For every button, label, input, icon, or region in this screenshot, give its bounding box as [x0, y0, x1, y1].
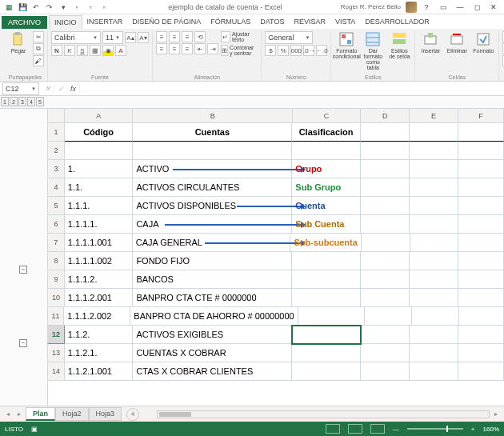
cell[interactable]: 1.1.1.2.	[65, 270, 134, 289]
ribbon-tab-insertar[interactable]: INSERTAR	[82, 15, 128, 29]
delete-cells-button[interactable]: Eliminar	[445, 31, 469, 54]
cell[interactable]	[361, 344, 410, 362]
column-header-A[interactable]: A	[65, 109, 134, 123]
cell[interactable]: CAJA	[133, 215, 292, 234]
cell[interactable]	[361, 123, 410, 142]
cell[interactable]	[361, 326, 410, 344]
font-size-combo[interactable]: 11▼	[102, 31, 123, 44]
cell[interactable]	[410, 362, 458, 381]
outline-collapse-button[interactable]: −	[19, 339, 27, 347]
accounting-button[interactable]: $	[265, 45, 276, 56]
column-header-C[interactable]: C	[293, 109, 362, 123]
cell[interactable]	[410, 215, 458, 234]
cell[interactable]	[361, 197, 410, 215]
cell[interactable]: 1.1.	[65, 178, 134, 197]
cell[interactable]: ACTIVO	[133, 160, 292, 178]
cancel-formula-button[interactable]: ✕	[42, 85, 54, 93]
sheet-tab-plan[interactable]: Plan	[26, 407, 55, 421]
format-cells-button[interactable]: Formato	[471, 31, 495, 54]
row-header[interactable]: 11	[48, 307, 64, 326]
cell[interactable]: Sub Cuenta	[292, 215, 361, 234]
cell[interactable]	[412, 307, 459, 326]
row-header[interactable]: 12	[48, 326, 65, 344]
insert-cells-button[interactable]: Insertar	[418, 31, 442, 54]
cell[interactable]: 1.1.1.1.002	[65, 252, 134, 270]
merge-center-button[interactable]: ⊞Combinar y centrar	[221, 45, 258, 56]
cell[interactable]: Sub Grupo	[292, 178, 361, 197]
zoom-out-button[interactable]: —	[393, 426, 399, 433]
cell[interactable]: ACTIVOS EXIGIBLES	[133, 326, 292, 344]
name-box[interactable]: C12▼	[2, 82, 39, 95]
cell[interactable]: 1.	[65, 160, 134, 178]
cell[interactable]: 1.1.2.1.	[65, 344, 134, 362]
cell[interactable]	[361, 252, 410, 270]
cell[interactable]	[361, 178, 410, 197]
row-header[interactable]: 5	[48, 197, 65, 215]
scroll-right-button[interactable]: ▸	[491, 410, 501, 418]
cell[interactable]	[410, 123, 458, 142]
cell[interactable]	[458, 344, 504, 362]
row-header[interactable]: 3	[48, 160, 65, 178]
cell[interactable]	[410, 160, 458, 178]
paste-button[interactable]: Pegar	[6, 31, 30, 54]
cell[interactable]	[458, 142, 504, 160]
column-header-F[interactable]: F	[458, 109, 504, 123]
conditional-format-button[interactable]: Formato condicional	[334, 31, 358, 59]
cell[interactable]: FONDO FIJO	[133, 252, 292, 270]
save-icon[interactable]: 💾	[17, 2, 28, 13]
cell[interactable]	[292, 344, 361, 362]
outline-level-3[interactable]: 3	[18, 97, 26, 106]
outline-level-1[interactable]: 1	[1, 97, 9, 106]
row-header[interactable]: 1	[48, 123, 65, 142]
cut-button[interactable]: ✂	[33, 31, 44, 42]
orientation-button[interactable]: ⟲	[194, 31, 206, 42]
decrease-decimal-button[interactable]: ←.0	[316, 45, 327, 56]
cell[interactable]: Clasificacion	[292, 123, 361, 142]
cell[interactable]	[133, 142, 292, 160]
outline-gutter[interactable]: −−	[0, 109, 48, 406]
cell[interactable]	[458, 252, 504, 270]
cell[interactable]: ACTIVOS CIRCULANTES	[133, 178, 292, 197]
outline-level-4[interactable]: 4	[27, 97, 35, 106]
row-header[interactable]: 7	[48, 234, 65, 252]
cell[interactable]	[361, 160, 410, 178]
cell[interactable]	[458, 197, 504, 215]
cell-styles-button[interactable]: Estilos de celda	[387, 31, 411, 59]
cell[interactable]	[458, 289, 504, 307]
row-header[interactable]: 14	[48, 362, 65, 381]
account-name[interactable]: Roger R. Perez Bello	[341, 3, 401, 10]
cell[interactable]: BANCOS	[133, 270, 292, 289]
undo-icon[interactable]: ↶	[30, 2, 42, 13]
align-top-button[interactable]: ≡	[156, 31, 167, 42]
cell[interactable]	[410, 344, 458, 362]
cell[interactable]	[361, 215, 410, 234]
cell[interactable]: Grupo	[292, 160, 361, 178]
decrease-indent-button[interactable]: ⇤	[194, 43, 206, 54]
cell[interactable]	[458, 362, 504, 381]
cell[interactable]: Sub-subcuenta	[290, 234, 361, 252]
horizontal-scrollbar[interactable]	[157, 410, 490, 418]
cell[interactable]	[458, 326, 504, 344]
cell[interactable]	[362, 234, 410, 252]
cell[interactable]	[410, 289, 458, 307]
cell[interactable]: CTAS X COBRAR CLIENTES	[133, 362, 292, 381]
sheet-nav-prev[interactable]: ◂	[3, 410, 13, 418]
align-left-button[interactable]: ≡	[156, 43, 167, 54]
cell[interactable]	[458, 234, 504, 252]
align-bottom-button[interactable]: ≡	[182, 31, 193, 42]
cell[interactable]	[292, 270, 361, 289]
cell[interactable]	[458, 123, 504, 142]
zoom-in-button[interactable]: +	[471, 426, 475, 433]
increase-indent-button[interactable]: ⇥	[207, 43, 218, 54]
macro-record-icon[interactable]: ▣	[31, 426, 38, 433]
row-header[interactable]: 9	[48, 270, 65, 289]
ribbon-tab-inicio[interactable]: INICIO	[49, 15, 82, 29]
ribbon-tab-desarrollador[interactable]: DESARROLLADOR	[360, 15, 434, 29]
select-all-corner[interactable]	[48, 109, 65, 123]
cell[interactable]	[292, 289, 361, 307]
cell[interactable]: 1.1.2.	[65, 326, 134, 344]
italic-button[interactable]: K	[64, 45, 75, 56]
wrap-text-button[interactable]: ↵Ajustar texto	[221, 31, 258, 42]
cell[interactable]: 1.1.1.1.001	[65, 234, 133, 252]
worksheet-grid[interactable]: ABCDEF 1CódigoCuentasClasificacion231.AC…	[48, 109, 504, 406]
